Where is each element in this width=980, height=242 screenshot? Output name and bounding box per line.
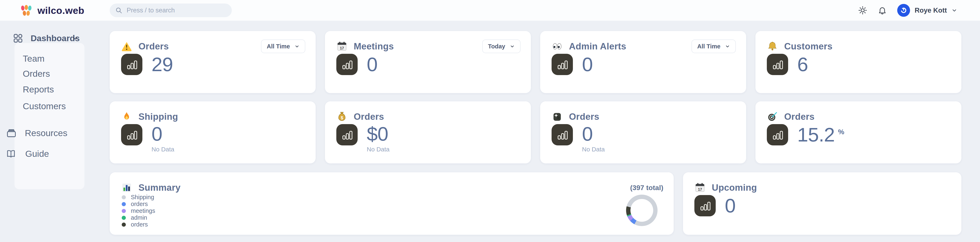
- time-filter-value: Today: [488, 43, 505, 50]
- bar-chart-emoji-icon: [121, 182, 132, 193]
- donut-hole: [630, 199, 653, 222]
- bar-chart-tile-icon: [121, 124, 142, 146]
- sidebar-item-customers[interactable]: Customers: [23, 100, 66, 112]
- time-filter-dropdown[interactable]: All Time: [692, 40, 736, 53]
- legend-label: orders: [131, 201, 148, 207]
- card-header: 17 Meetings Today: [336, 40, 520, 52]
- spiral-calendar-icon: 17: [694, 182, 706, 193]
- sidebar-item-label: Customers: [23, 101, 66, 111]
- archive-box-icon: [6, 127, 17, 139]
- card-value: 0: [367, 55, 377, 74]
- bar-chart-tile-icon: [552, 54, 573, 75]
- card-title: Orders: [784, 111, 815, 122]
- card-header: Summary (397 total): [121, 181, 663, 194]
- card-header: Orders: [767, 111, 951, 123]
- bar-chart-tile-icon: [767, 124, 788, 146]
- card-value: 29: [151, 55, 173, 74]
- card-value: 0: [582, 124, 593, 144]
- card-summary: Summary (397 total) Shipping orders meet…: [110, 172, 674, 235]
- search-bar[interactable]: [110, 3, 232, 17]
- warning-icon: [121, 41, 132, 52]
- card-header: Orders: [552, 111, 736, 123]
- user-menu[interactable]: Roye Kott: [897, 4, 957, 17]
- legend-label: orders: [131, 221, 148, 228]
- calendar-icon: 17: [336, 41, 347, 52]
- card-header: Admin Alerts All Time: [552, 40, 736, 52]
- bar-chart-tile-icon: [336, 124, 358, 146]
- card-orders-rate: Orders 15.2 %: [756, 101, 961, 163]
- bar-chart-tile-icon: [552, 124, 573, 146]
- legend-label: Shipping: [131, 194, 154, 201]
- card-value-row: 0 No Data: [552, 124, 605, 153]
- sidebar-item-reports[interactable]: Reports: [23, 84, 54, 95]
- sidebar-item-label: Team: [23, 54, 45, 64]
- bar-chart-tile-icon: [121, 54, 142, 75]
- sidebar-item-guide[interactable]: Guide: [6, 149, 49, 159]
- card-title: Admin Alerts: [569, 41, 626, 52]
- sidebar-item-resources[interactable]: Resources: [6, 127, 67, 139]
- gold-bell-icon: [767, 41, 778, 52]
- target-dart-icon: [767, 111, 778, 122]
- card-title: Summary: [138, 182, 180, 193]
- legend-dot: [122, 202, 126, 206]
- card-value: $0: [367, 124, 388, 144]
- chevron-down-icon: [72, 35, 78, 41]
- card-header: Shipping: [121, 111, 305, 123]
- app-logo[interactable]: wilco.web: [20, 0, 84, 21]
- sidebar-item-orders[interactable]: Orders: [23, 68, 50, 79]
- notifications-bell-icon[interactable]: [878, 6, 887, 15]
- card-upcoming: 17 Upcoming 0: [683, 172, 961, 235]
- card-value: 0: [725, 196, 735, 215]
- card-value: 6: [797, 55, 808, 74]
- grid-icon: [13, 33, 23, 43]
- legend-dot: [122, 209, 126, 213]
- sidebar-item-label: Guide: [25, 149, 49, 159]
- card-header: Customers: [767, 40, 951, 52]
- legend-item-admin: admin: [122, 214, 155, 221]
- search-input[interactable]: [127, 6, 226, 14]
- card-value: 15.2: [797, 125, 835, 145]
- eyes-icon: [552, 41, 563, 52]
- card-title: Orders: [569, 111, 600, 122]
- sidebar-item-label: Orders: [23, 69, 50, 79]
- fire-icon: [121, 111, 132, 122]
- bar-chart-tile-icon: [336, 54, 358, 75]
- card-title: Meetings: [354, 41, 394, 52]
- card-title: Orders: [354, 111, 384, 122]
- card-title: Upcoming: [712, 182, 757, 193]
- card-shipping: Shipping 0 No Data: [110, 101, 316, 163]
- card-value-row: 29: [121, 54, 173, 75]
- topbar-actions: Roye Kott: [858, 0, 957, 21]
- sidebar-item-team[interactable]: Team: [23, 53, 45, 64]
- card-value-suffix: %: [838, 128, 844, 136]
- card-subtext: No Data: [582, 146, 605, 153]
- sidebar: Dashboards Team Orders Reports Customers…: [0, 21, 85, 242]
- card-value-row: 0: [694, 195, 735, 216]
- legend-dot: [122, 216, 126, 220]
- time-filter-dropdown[interactable]: Today: [482, 40, 520, 53]
- card-subtext: No Data: [151, 146, 174, 153]
- card-meetings: 17 Meetings Today 0: [325, 31, 531, 93]
- card-title: Shipping: [138, 111, 178, 122]
- topbar: wilco.web: [0, 0, 980, 21]
- time-filter-value: All Time: [267, 43, 290, 50]
- sidebar-item-label: Resources: [25, 128, 67, 138]
- card-value-row: 6: [767, 54, 808, 75]
- card-value-row: 0 No Data: [121, 124, 174, 153]
- card-orders-revenue: $ Orders $0 No Data: [325, 101, 531, 163]
- card-title: Orders: [138, 41, 169, 52]
- card-orders-flash: Orders 0 No Data: [540, 101, 746, 163]
- sidebar-section-dashboards[interactable]: Dashboards: [13, 32, 81, 44]
- legend-item-orders-2: orders: [122, 221, 155, 228]
- card-value: 0: [582, 55, 593, 74]
- summary-total-label: (397 total): [630, 183, 663, 192]
- sidebar-submenu-panel: Team Orders Reports Customers: [14, 43, 84, 189]
- card-subtext: No Data: [367, 146, 390, 153]
- card-value-row: 0: [336, 54, 377, 75]
- chevron-down-icon: [951, 8, 957, 13]
- bar-chart-tile-icon: [767, 54, 788, 75]
- theme-toggle-sun-icon[interactable]: [858, 6, 867, 15]
- legend-dot: [122, 195, 126, 199]
- svg-text:$: $: [340, 115, 343, 120]
- time-filter-dropdown[interactable]: All Time: [261, 40, 305, 53]
